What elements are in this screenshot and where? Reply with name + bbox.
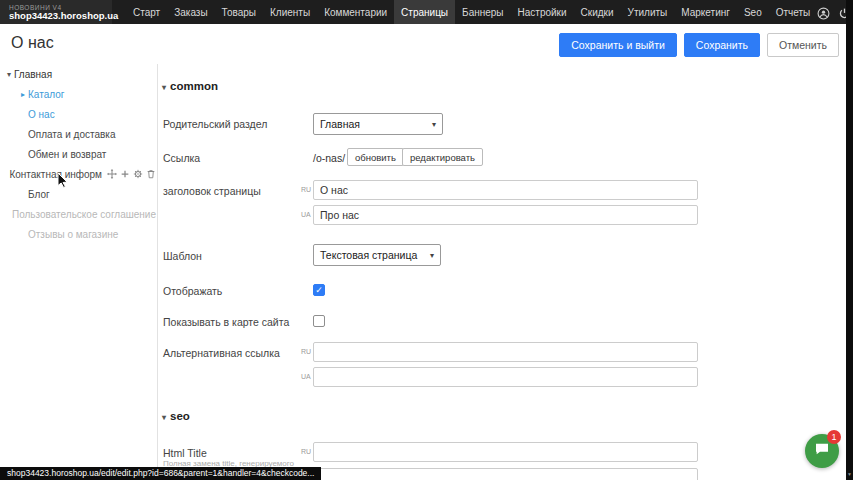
page-title-ua-input[interactable] [313,205,698,225]
display-checkbox[interactable]: ✓ [313,284,325,296]
sidebar-item-otzyvy[interactable]: Отзывы о магазине [0,224,156,244]
sidebar-item-glavnaya[interactable]: ▾ Главная [0,64,156,84]
brand-logo[interactable]: НОВОВИНИ V4 shop34423.horoshop.ua [0,0,112,24]
select-caret-icon: ▾ [420,251,434,260]
menu-pages[interactable]: Страницы [394,0,455,24]
chat-bubble-icon [814,441,830,461]
sidebar-item-obmen[interactable]: Обмен и возврат [0,144,156,164]
html-title-ru-input[interactable] [313,442,698,462]
sidebar-item-blog[interactable]: Блог [0,184,156,204]
lang-ru-label: RU [301,448,311,455]
page-edit-form: ▾common Родительский раздел Главная ▾ Сс… [158,64,845,480]
link-edit-button[interactable]: редактировать [402,148,483,166]
template-value: Текстовая страница [320,249,417,261]
collapse-caret-icon[interactable]: ▾ [4,70,14,79]
save-button[interactable]: Сохранить [684,33,760,57]
section-seo-header[interactable]: ▾seo [162,410,190,422]
template-label: Шаблон [163,250,202,262]
alt-link-label: Альтернативная ссылка [163,347,280,359]
sitemap-label: Показывать в карте сайта [163,316,289,328]
section-collapse-icon: ▾ [162,83,166,92]
alt-link-ru-input[interactable] [313,342,698,362]
page-title-label: заголовок страницы [163,185,261,197]
menu-products[interactable]: Товары [215,0,263,24]
add-page-icon[interactable] [120,169,130,179]
parent-section-label: Родительский раздел [163,118,267,130]
section-common-title: common [170,80,218,92]
sitemap-checkbox[interactable] [313,315,325,327]
sidebar-item-label: О нас [28,109,55,120]
save-and-exit-button[interactable]: Сохранить и выйти [559,33,677,57]
tree-row-actions [107,169,156,179]
lang-ua-label: UA [301,373,311,380]
brand-shop-name: shop34423.horoshop.ua [9,11,104,21]
section-seo-title: seo [170,410,190,422]
link-refresh-button[interactable]: обновить [347,148,404,166]
menu-banners[interactable]: Баннеры [455,0,510,24]
header-actions: Сохранить и выйти Сохранить Отменить [559,33,839,57]
template-select[interactable]: Текстовая страница ▾ [313,244,441,266]
sidebar-item-label: Контактная информ [9,169,102,180]
parent-section-value: Главная [320,118,360,130]
sidebar-item-label: Главная [14,69,52,80]
menu-marketing[interactable]: Маркетинг [674,0,737,24]
section-common-header[interactable]: ▾common [162,80,218,92]
alt-link-ua-input[interactable] [313,367,698,387]
scrollbar-down-arrow-icon[interactable]: ▼ [847,471,852,477]
sidebar-item-label: Отзывы о магазине [28,229,118,240]
select-caret-icon: ▾ [422,120,436,129]
page-title: О нас [11,34,54,52]
lang-ru-label: RU [301,348,311,355]
menu-utilities[interactable]: Утилиты [621,0,675,24]
section-collapse-icon: ▾ [162,413,166,422]
chat-widget-button[interactable]: 1 [805,434,839,468]
sidebar-item-oplata[interactable]: Оплата и доставка [0,124,156,144]
main-menu: Старт Заказы Товары Клиенты Комментарии … [126,0,817,24]
display-label: Отображать [163,285,222,297]
top-navigation-bar: НОВОВИНИ V4 shop34423.horoshop.ua Старт … [0,0,853,24]
sidebar-item-label: Пользовательское соглашение [12,209,156,220]
menu-discounts[interactable]: Скидки [574,0,621,24]
vertical-scrollbar[interactable]: ▼ [846,0,853,480]
menu-comments[interactable]: Комментарии [317,0,394,24]
page-title-ru-input[interactable] [313,180,698,200]
link-value: /o-nas/ [313,152,345,164]
chat-unread-badge: 1 [827,430,841,444]
sidebar-item-kontaktnaya[interactable]: Контактная информ [0,164,156,184]
menu-orders[interactable]: Заказы [167,0,214,24]
browser-status-url: shop34423.horoshop.ua/edit/edit.php?id=6… [0,467,321,480]
sidebar-item-label: Обмен и возврат [28,149,106,160]
page-header: О нас Сохранить и выйти Сохранить Отмени… [0,24,853,64]
sidebar-item-o-nas-selected[interactable]: О нас [0,104,156,124]
menu-reports[interactable]: Отчеты [769,0,818,24]
sidebar-item-katalog[interactable]: ▸ Каталог [0,84,156,104]
pages-tree-sidebar: ▾ Главная ▸ Каталог О нас Оплата и доста… [0,64,156,244]
lang-ua-label: UA [301,211,311,218]
sidebar-item-label: Оплата и доставка [28,129,115,140]
menu-seo[interactable]: Seo [737,0,769,24]
cancel-button[interactable]: Отменить [767,33,839,57]
expand-caret-icon[interactable]: ▸ [18,90,28,99]
lang-ru-label: RU [301,186,311,193]
html-title-ua-input[interactable] [313,468,698,480]
sidebar-item-label: Каталог [28,89,64,100]
link-label: Ссылка [163,152,200,164]
sidebar-item-soglashenie[interactable]: Пользовательское соглашение [0,204,156,224]
delete-trash-icon[interactable] [146,169,156,179]
menu-clients[interactable]: Клиенты [263,0,317,24]
move-icon[interactable] [107,169,117,179]
html-title-label: Html Title [163,447,207,459]
settings-gear-icon[interactable] [133,169,143,179]
menu-start[interactable]: Старт [126,0,167,24]
menu-settings[interactable]: Настройки [511,0,574,24]
user-account-icon[interactable] [817,6,830,19]
parent-section-select[interactable]: Главная ▾ [313,113,443,135]
sidebar-item-label: Блог [28,189,50,200]
